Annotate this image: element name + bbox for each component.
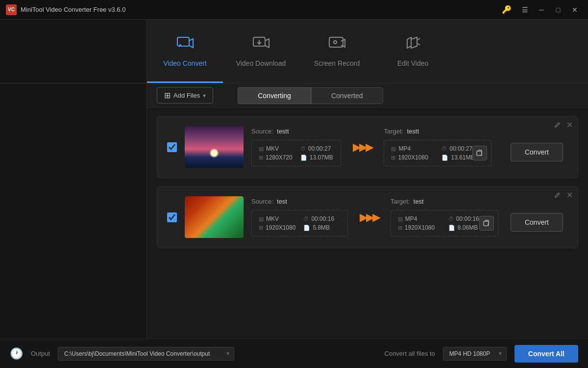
file-2-target-resolution: ⊞ 1920X1080 [398,224,441,231]
file-1-checkbox[interactable] [167,142,177,152]
nav-bar: Video Convert Video Download [0,20,588,83]
titlebar-controls: 🔑 ☰ ─ □ ✕ [502,3,582,16]
svg-rect-0 [177,37,189,46]
format-icon: ▤ [259,216,264,222]
file-2-target: Target: test ▤ MP4 ⏱ 00:00:16 [391,198,498,237]
file-1-target-box: ▤ MP4 ⏱ 00:00:27 ⊞ 1920X1080 [384,140,491,166]
clock-icon: ⏱ [303,216,309,222]
file-2-source-duration: ⏱ 00:00:16 [303,215,340,222]
nav-spacer [0,20,147,83]
file-2-source: Source: test ▤ MKV ⏱ 00:00:16 [251,198,348,237]
file-2-source-format: ▤ MKV [259,215,295,222]
file-2-info: Source: test ▤ MKV ⏱ 00:00:16 [251,198,503,237]
statusbar: 🕐 Output ▼ Convert all files to MP4 HD 1… [0,339,588,368]
video-convert-icon [176,34,194,54]
file-2-source-label: Source: test [251,198,348,205]
resolution-icon: ⊞ [391,155,395,161]
file-2-target-action-button[interactable] [479,216,494,231]
edit-video-icon [404,34,422,54]
app-window: VC MiniTool Video Converter Free v3.6.0 … [0,0,588,368]
tab-converting[interactable]: Converting [238,87,311,104]
file-1-target-resolution: ⊞ 1920X1080 [391,154,434,161]
format-icon: ▤ [398,216,403,222]
sidebar-panel [0,83,147,339]
add-files-button[interactable]: ⊞ Add Files ▾ [157,87,213,104]
tab-screen-record-label: Screen Record [314,59,360,67]
convert-arrow-2: ▶▶▶ [358,211,381,224]
file-2-convert-button[interactable]: Convert [511,213,563,232]
close-button[interactable]: ✕ [567,3,582,16]
clock-icon: ⏱ [448,216,454,222]
app-title: MiniTool Video Converter Free v3.6.0 [21,6,125,13]
maximize-button[interactable]: □ [551,3,565,16]
file-card-2: Source: test ▤ MKV ⏱ 00:00:16 [157,186,578,248]
format-select[interactable]: MP4 HD 1080P MP4 HD 720P MP4 SD 480P MKV… [443,347,507,361]
file-1-source-duration: ⏱ 00:00:27 [300,145,334,152]
nav-tabs: Video Convert Video Download [147,20,588,83]
svg-point-5 [334,41,337,44]
add-files-dropdown-icon: ▾ [203,92,206,99]
output-path-input[interactable] [58,347,234,361]
file-1-source-label: Source: testt [251,128,341,135]
files-list: Source: testt ▤ MKV ⏱ 00:00:27 [147,108,588,339]
file-2-target-label: Target: test [391,198,498,205]
file-1-target-label: Target: testt [384,128,491,135]
file-1-source-size: 📄 13.07MB [300,154,334,161]
file-1-source: Source: testt ▤ MKV ⏱ 00:00:27 [251,128,341,166]
output-path-wrapper: ▼ [58,347,234,361]
screen-record-icon [328,34,346,54]
file-2-checkbox[interactable] [167,212,177,222]
output-label: Output [31,350,50,357]
file-2-source-resolution: ⊞ 1920X1080 [259,224,295,231]
file-2-source-box: ▤ MKV ⏱ 00:00:16 ⊞ 1920X1080 [251,210,348,237]
plus-icon: ⊞ [164,91,171,100]
file-1-convert-button[interactable]: Convert [511,143,563,161]
minimize-button[interactable]: ─ [534,3,549,16]
file-2-source-size: 📄 5.8MB [303,224,340,231]
file-2-target-box: ▤ MP4 ⏱ 00:00:16 ⊞ 1920X1080 [391,210,498,237]
add-files-label: Add Files [173,92,200,99]
tab-video-download[interactable]: Video Download [223,20,299,83]
file-1-target-action-button[interactable] [472,146,487,160]
file-1-target-format: ▤ MP4 [391,145,434,152]
format-icon: ▤ [391,146,396,152]
file-icon: 📄 [303,225,310,231]
file-1-edit-button[interactable] [554,121,561,129]
app-logo: VC [6,4,17,15]
format-select-wrapper: MP4 HD 1080P MP4 HD 720P MP4 SD 480P MKV… [443,347,507,361]
file-1-target: Target: testt ▤ MP4 ⏱ 00:00:27 [384,128,491,166]
svg-point-1 [179,44,181,46]
video-download-icon [252,34,270,54]
menu-button[interactable]: ☰ [517,3,532,16]
tab-video-download-label: Video Download [236,59,286,67]
file-icon: 📄 [300,155,307,161]
resolution-icon: ⊞ [259,225,263,231]
tab-edit-video[interactable]: Edit Video [375,20,451,83]
file-1-info: Source: testt ▤ MKV ⏱ 00:00:27 [251,128,503,166]
file-icon: 📄 [441,155,448,161]
file-2-target-format: ▤ MP4 [398,215,441,222]
resolution-icon: ⊞ [259,155,263,161]
tab-screen-record[interactable]: Screen Record [299,20,375,83]
top-toolbar: ⊞ Add Files ▾ Converting Converted [147,83,588,108]
main-body: ⊞ Add Files ▾ Converting Converted [0,83,588,339]
file-2-thumbnail [185,196,244,238]
format-icon: ▤ [259,146,264,152]
titlebar: VC MiniTool Video Converter Free v3.6.0 … [0,0,588,20]
file-2-close-button[interactable]: ✕ [566,191,573,199]
file-1-close-button[interactable]: ✕ [566,121,573,129]
convert-all-button[interactable]: Convert All [514,345,578,363]
clock-icon: ⏱ [300,146,306,152]
file-icon: 📄 [448,225,455,231]
convert-arrow-1: ▶▶▶ [351,141,374,154]
key-icon: 🔑 [502,5,512,14]
file-2-edit-button[interactable] [554,191,561,199]
tab-converted[interactable]: Converted [311,87,383,104]
clock-icon: ⏱ [441,146,447,152]
files-area: ⊞ Add Files ▾ Converting Converted [147,83,588,339]
convert-tabs: Converting Converted [238,87,383,104]
tab-edit-video-label: Edit Video [397,59,429,67]
tab-video-convert[interactable]: Video Convert [147,20,223,83]
history-icon: 🕐 [10,347,23,360]
tab-video-convert-label: Video Convert [163,59,206,67]
